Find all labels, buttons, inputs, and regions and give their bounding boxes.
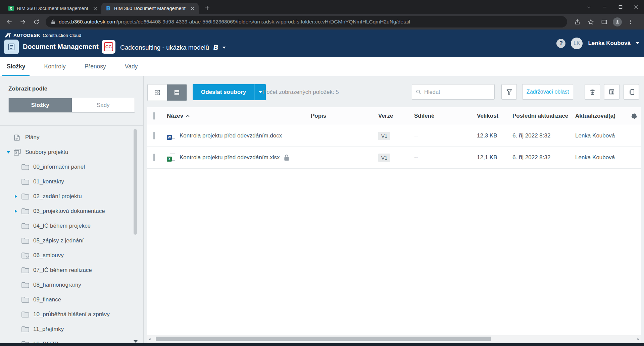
chevron-down-icon[interactable] xyxy=(636,42,639,44)
tree-item[interactable]: 11_přejímky xyxy=(0,322,143,337)
column-header-5[interactable]: Velikost xyxy=(477,113,512,119)
tree-item[interactable]: 09_finance xyxy=(0,292,143,307)
share-icon[interactable] xyxy=(572,16,583,27)
file-row-1[interactable]: WKontrola projektu před odevzdáním.docxV… xyxy=(147,125,641,147)
upload-files-button[interactable]: Odeslat soubory xyxy=(193,84,266,100)
folder-icon xyxy=(21,237,30,244)
project-badge: CC xyxy=(104,42,113,51)
column-header-3[interactable]: Verze xyxy=(378,113,414,119)
window-minimize-button[interactable] xyxy=(597,0,612,14)
column-header-6[interactable]: Poslední aktualizace xyxy=(512,113,575,119)
tree-item-label: 11_přejímky xyxy=(33,326,64,333)
screen-bottom-edge xyxy=(0,343,644,346)
url-path: /projects/de664408-9d98-4339-abae-556f92… xyxy=(116,19,410,25)
tree-item[interactable]: 01_kontakty xyxy=(0,174,143,189)
row-checkbox[interactable] xyxy=(153,154,155,161)
tab-close-icon[interactable] xyxy=(189,5,195,11)
file-name-link[interactable]: Kontrola projektu před odevzdáním.docx xyxy=(180,132,282,139)
filter-button[interactable] xyxy=(501,84,517,100)
tab-close-icon[interactable] xyxy=(92,5,98,11)
column-settings-gear-icon[interactable] xyxy=(631,113,638,119)
row-checkbox[interactable] xyxy=(153,132,155,139)
bim360-favicon-icon: B xyxy=(105,6,111,11)
scroll-right-icon[interactable] xyxy=(636,337,640,341)
tree-item[interactable]: Soubory projektu xyxy=(0,145,143,160)
file-name-link[interactable]: Kontrola projektu před odevzdáním.xlsx xyxy=(180,154,280,161)
tree-item[interactable]: 10_průběžná hlášení a zprávy xyxy=(0,307,143,322)
reports-table-button[interactable] xyxy=(604,84,620,100)
file-row-2[interactable]: XKontrola projektu před odevzdáním.xlsxV… xyxy=(147,147,641,169)
browser-url-bar: docs.b360.autodesk.com/projects/de664408… xyxy=(0,14,644,30)
sidebar: Zobrazit podle SložkySady PlánySoubory p… xyxy=(0,76,144,346)
view-toggle-složky[interactable]: Složky xyxy=(9,98,72,112)
nav-tab-kontroly[interactable]: Kontroly xyxy=(44,57,65,76)
reload-icon[interactable] xyxy=(31,16,42,27)
version-badge[interactable]: V1 xyxy=(378,132,390,140)
bookmark-star-icon[interactable] xyxy=(585,16,596,27)
column-header-7[interactable]: Aktualizoval(a) xyxy=(575,113,628,119)
user-avatar[interactable]: LK xyxy=(571,38,583,49)
window-close-button[interactable] xyxy=(628,0,644,14)
caret-down-icon[interactable] xyxy=(7,151,12,154)
nav-tab-složky[interactable]: Složky xyxy=(7,57,25,76)
column-header-2[interactable]: Popis xyxy=(311,113,378,119)
updated-cell: 6. říj 2022 8:32 xyxy=(512,154,575,161)
bim360-logo-icon: B xyxy=(213,44,219,52)
browser-menu-kebab-icon[interactable] xyxy=(625,16,636,27)
grid-view-button[interactable] xyxy=(148,84,167,101)
nav-tab-label: Vady xyxy=(125,63,138,70)
search-input[interactable] xyxy=(424,89,498,95)
forward-icon[interactable] xyxy=(17,16,29,27)
address-bar[interactable]: docs.b360.autodesk.com/projects/de664408… xyxy=(46,16,567,27)
tree-item[interactable]: 07_IČ během realizace xyxy=(0,263,143,278)
nav-tab-vady[interactable]: Vady xyxy=(125,57,138,76)
sidebar-scrollbar[interactable] xyxy=(134,129,137,235)
project-selector[interactable]: Cadconsulting - ukázka modelů B xyxy=(120,44,226,52)
trash-restore-button[interactable] xyxy=(585,84,600,100)
caret-right-icon[interactable] xyxy=(15,195,20,198)
toolbar: Odeslat soubory Počet zobrazených polože… xyxy=(144,76,644,107)
tree-item[interactable]: 05_zápisy z jednání xyxy=(0,233,143,248)
document-management-icon[interactable] xyxy=(4,40,19,54)
select-all-checkbox[interactable] xyxy=(153,112,155,120)
browser-profile-icon[interactable] xyxy=(613,17,622,26)
help-icon[interactable]: ? xyxy=(556,39,565,48)
tree-item[interactable]: 04_IČ během projekce xyxy=(0,219,143,233)
size-cell: 12,1 KB xyxy=(477,154,512,161)
tree-item[interactable]: 02_zadání projektu xyxy=(0,189,143,204)
sidebar-scroll-down-icon[interactable] xyxy=(134,340,138,343)
tls-lock-icon xyxy=(51,19,55,24)
main-area: Odeslat soubory Počet zobrazených polože… xyxy=(144,76,644,346)
tree-item[interactable]: 00_informační panel xyxy=(0,160,143,174)
tree-item-label: 08_harmonogramy xyxy=(33,282,81,288)
tree-item[interactable]: 06_smlouvy xyxy=(0,248,143,263)
tree-item[interactable]: 08_harmonogramy xyxy=(0,278,143,292)
view-toggle-sady[interactable]: Sady xyxy=(72,98,135,112)
browser-tab-2[interactable]: B BIM 360 Document Management xyxy=(101,3,199,14)
back-icon[interactable] xyxy=(4,16,15,27)
tree-item[interactable]: Plány xyxy=(0,130,143,145)
browser-tab-1[interactable]: X BIM 360 Document Management xyxy=(4,3,101,14)
side-panel-icon[interactable] xyxy=(598,16,610,27)
project-logo[interactable]: CC xyxy=(102,40,115,54)
column-header-4[interactable]: Sdílené xyxy=(414,113,477,119)
tab-search-chevron-icon[interactable] xyxy=(581,0,597,14)
new-tab-button[interactable] xyxy=(202,3,212,13)
holding-area-button[interactable]: Zadržovací oblast xyxy=(522,84,573,100)
horizontal-scrollbar[interactable] xyxy=(147,335,641,343)
tree-item[interactable]: 03_projektová dokumentace xyxy=(0,204,143,219)
file-table: NázevPopisVerzeSdílenéVelikostPoslední a… xyxy=(147,107,641,335)
caret-right-icon[interactable] xyxy=(15,210,20,213)
window-maximize-button[interactable] xyxy=(612,0,628,14)
scrollbar-thumb[interactable] xyxy=(156,337,491,341)
version-badge[interactable]: V1 xyxy=(378,154,390,162)
scroll-left-icon[interactable] xyxy=(147,337,152,341)
export-document-button[interactable] xyxy=(624,84,639,100)
tree-item-label: 03_projektová dokumentace xyxy=(33,208,105,215)
list-view-button[interactable] xyxy=(167,84,187,101)
module-selector[interactable]: Document Management xyxy=(23,43,106,51)
column-header-1[interactable]: Název xyxy=(167,113,311,119)
search-icon xyxy=(415,89,422,95)
nav-tab-přenosy[interactable]: Přenosy xyxy=(85,57,106,76)
folder-tree: PlánySoubory projektu00_informační panel… xyxy=(0,130,143,346)
